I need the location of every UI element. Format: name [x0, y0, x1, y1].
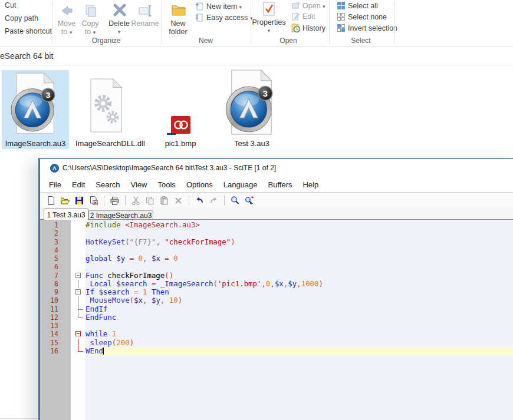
delete-button[interactable] — [173, 196, 183, 206]
delete-dropdown[interactable]: ▾ — [118, 29, 121, 35]
code-line-12[interactable]: 12EndFunc — [40, 313, 513, 322]
code-text[interactable]: WEnd — [86, 347, 513, 355]
code-line-16[interactable]: 16WEnd — [40, 347, 513, 355]
file-imagesearch-au3[interactable]: ImageSearch.au3 — [2, 70, 69, 149]
paste-button[interactable] — [159, 196, 169, 206]
properties-button[interactable]: Properties — [252, 18, 286, 27]
fold-margin-cell — [71, 322, 86, 330]
file-label: ImageSearchDLL.dll — [75, 139, 138, 148]
code-line-10[interactable]: 10 MouseMove($x, $y, 10) — [40, 296, 513, 305]
copy-to-dropdown[interactable]: to ▾ — [85, 28, 96, 36]
code-line-8[interactable]: 8 Local $search = _ImageSearch('pic1.bmp… — [40, 280, 513, 288]
code-text[interactable]: MouseMove($x, $y, 10) — [86, 296, 513, 305]
menu-search[interactable]: Search — [90, 178, 125, 191]
redo-button[interactable] — [209, 196, 219, 206]
select-none-button[interactable]: Select none — [348, 13, 387, 21]
line-number: 16 — [40, 347, 71, 355]
code-text[interactable]: EndFunc — [86, 313, 513, 322]
properties-dropdown[interactable]: ▾ — [268, 28, 271, 34]
move-to-dropdown[interactable]: to ▾ — [61, 28, 72, 36]
code-line-11[interactable]: 11EndIf — [40, 305, 513, 313]
file-test3-au3[interactable]: Test 3.au3 — [217, 70, 287, 149]
invert-selection-button[interactable]: Invert selection — [348, 24, 397, 32]
code-text[interactable]: If $search = 1 Then — [86, 288, 513, 296]
code-line-14[interactable]: 14while 1 — [40, 330, 513, 338]
menu-buffers[interactable]: Buffers — [263, 178, 298, 191]
code-text[interactable]: HotKeySet("{F7}", "checkForImage") — [86, 238, 513, 246]
code-line-1[interactable]: 1#include <ImageSearch.au3> — [40, 221, 513, 229]
move-to-button[interactable]: Move — [58, 19, 76, 28]
code-text[interactable]: #include <ImageSearch.au3> — [86, 221, 513, 229]
ribbon-cut-button[interactable]: Cut — [5, 1, 16, 9]
code-text[interactable]: global $y = 0, $x = 0 — [86, 254, 513, 263]
undo-button[interactable] — [195, 196, 205, 206]
code-text[interactable] — [86, 263, 513, 271]
scite-tab-bar: 1 Test 3.au3 2 ImageSearch.au3 — [40, 207, 513, 220]
menu-language[interactable]: Language — [218, 178, 263, 191]
find-button[interactable] — [230, 196, 240, 206]
close-file-button[interactable] — [88, 196, 98, 206]
history-button[interactable]: History — [302, 24, 325, 32]
save-file-button[interactable] — [74, 196, 84, 206]
new-file-button[interactable] — [46, 196, 56, 206]
fold-marker-minus[interactable] — [71, 288, 86, 296]
menu-options[interactable]: Options — [181, 178, 218, 191]
menu-view[interactable]: View — [126, 178, 153, 191]
print-button[interactable] — [110, 196, 120, 206]
toolbar-separator — [224, 196, 225, 206]
file-imagesearchdll-dll[interactable]: ImageSearchDLL.dll — [75, 70, 138, 149]
new-item-button[interactable]: New item ▾ — [206, 2, 242, 11]
edit-button[interactable]: Edit — [302, 12, 315, 21]
open-file-button[interactable] — [60, 196, 70, 206]
address-bar[interactable]: eSearch 64 bit — [0, 47, 513, 65]
open-button[interactable]: Open ▾ — [302, 2, 325, 10]
fold-margin-cell — [71, 254, 86, 263]
copy-button[interactable] — [145, 196, 155, 206]
code-editor[interactable]: 1#include <ImageSearch.au3>23HotKeySet("… — [40, 220, 513, 420]
menu-file[interactable]: File — [44, 178, 67, 191]
code-line-13[interactable]: 13 — [40, 322, 513, 330]
ribbon-copy-path-button[interactable]: Copy path — [5, 14, 38, 22]
code-text[interactable]: sleep(200) — [86, 339, 513, 347]
fold-marker-minus-red[interactable] — [71, 330, 86, 338]
menu-help[interactable]: Help — [297, 178, 324, 191]
code-text[interactable]: Func checkForImage() — [86, 272, 513, 280]
delete-button[interactable]: Delete — [108, 19, 130, 28]
easy-access-button[interactable]: Easy access ▾ — [206, 14, 252, 22]
code-line-5[interactable]: 5global $y = 0, $x = 0 — [40, 254, 513, 263]
code-line-2[interactable]: 2 — [40, 229, 513, 237]
code-line-7[interactable]: 7Func checkForImage() — [40, 272, 513, 280]
ribbon-separator — [394, 1, 394, 44]
select-all-button[interactable]: Select all — [348, 2, 378, 10]
code-text[interactable] — [86, 322, 513, 330]
new-folder-button-line2[interactable]: folder — [169, 28, 187, 36]
code-line-3[interactable]: 3HotKeySet("{F7}", "checkForImage") — [40, 238, 513, 246]
code-text[interactable] — [86, 229, 513, 237]
tab-imagesearch-au3[interactable]: 2 ImageSearch.au3 — [88, 210, 153, 220]
fold-marker-minus[interactable] — [71, 272, 86, 280]
code-line-6[interactable]: 6 — [40, 263, 513, 271]
file-pic1-bmp[interactable]: pic1.bmp — [151, 70, 210, 149]
ribbon-paste-shortcut-button[interactable]: Paste shortcut — [5, 27, 52, 35]
code-line-9[interactable]: 9If $search = 1 Then — [40, 288, 513, 296]
copy-to-button[interactable]: Copy — [81, 19, 98, 28]
code-text[interactable]: EndIf — [86, 305, 513, 313]
find-replace-button[interactable] — [244, 196, 254, 206]
code-line-4[interactable]: 4 — [40, 246, 513, 254]
cut-button[interactable] — [131, 196, 141, 206]
new-folder-button[interactable]: New — [170, 19, 185, 28]
code-text[interactable]: Local $search = _ImageSearch('pic1.bmp',… — [86, 280, 513, 288]
tab-test3-au3[interactable]: 1 Test 3.au3 — [44, 209, 88, 220]
window-title: C:\Users\AS\Desktop\ImageSearch 64 bit\T… — [63, 164, 276, 172]
scite-window: C:\Users\AS\Desktop\ImageSearch 64 bit\T… — [38, 158, 513, 420]
menu-edit[interactable]: Edit — [67, 178, 90, 191]
rename-button[interactable]: Rename — [131, 19, 159, 28]
line-number: 3 — [40, 238, 71, 246]
menu-tools[interactable]: Tools — [153, 178, 181, 191]
code-line-15[interactable]: 15 sleep(200) — [40, 339, 513, 347]
scite-title-bar[interactable]: C:\Users\AS\Desktop\ImageSearch 64 bit\T… — [40, 159, 513, 177]
easy-access-icon — [195, 13, 204, 22]
scite-app-icon — [50, 164, 59, 173]
code-text[interactable]: while 1 — [86, 330, 513, 338]
code-text[interactable] — [86, 246, 513, 254]
